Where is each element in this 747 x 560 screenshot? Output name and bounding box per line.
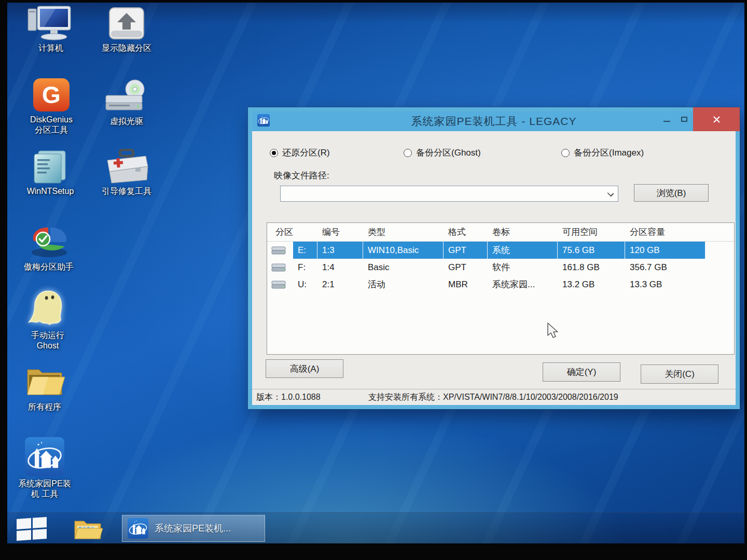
radio-restore-partition[interactable]: 还原分区(R)	[270, 147, 330, 159]
taskbar-app-pe-tool[interactable]: 系统家园PE装机...	[122, 515, 265, 542]
radio-label: 还原分区(R)	[282, 147, 330, 159]
show-hidden-partitions-icon	[90, 4, 163, 41]
close-icon	[713, 116, 721, 123]
explorer-folder-icon	[73, 517, 103, 541]
ghost-icon	[11, 291, 84, 328]
icon-label: 系统家园PE装 机 工具	[8, 479, 81, 499]
monitor-screen: 计算机 显示隐藏分区 G DiskGenius 分区工具	[7, 3, 744, 543]
col-partition[interactable]: 分区	[267, 226, 317, 238]
desktop-icon-diskgenius[interactable]: G DiskGenius 分区工具	[15, 75, 88, 135]
mouse-cursor	[546, 322, 561, 343]
titlebar[interactable]: 系统家园PE装机工具 - LEGACY	[252, 111, 736, 131]
pe-tool-icon	[8, 439, 81, 477]
image-path-label: 映像文件路径:	[274, 170, 329, 181]
pe-tool-icon	[128, 518, 148, 539]
chevron-down-icon	[607, 190, 614, 197]
icon-label: DiskGenius 分区工具	[15, 115, 88, 135]
desktop-icon-all-programs[interactable]: 所有程序	[8, 362, 81, 412]
col-capacity[interactable]: 分区容量	[625, 226, 706, 238]
icon-label: 计算机	[15, 43, 87, 53]
version-text: 版本：1.0.0.1088	[256, 392, 321, 403]
boot-repair-icon	[90, 147, 163, 184]
desktop-icon-virtual-cd[interactable]: 虚拟光驱	[90, 77, 163, 127]
desktop-icon-aomei-partition[interactable]: 傲梅分区助手	[12, 222, 85, 272]
drive-icon	[267, 259, 293, 276]
desktop-icon-boot-repair[interactable]: 引导修复工具	[90, 147, 163, 197]
icon-label: 虚拟光驱	[90, 116, 163, 127]
radio-circle	[561, 149, 570, 157]
maximize-button[interactable]	[675, 107, 693, 131]
ok-button[interactable]: 确定(Y)	[543, 362, 620, 382]
statusbar-divider	[252, 389, 736, 389]
radio-backup-imagex[interactable]: 备份分区(Imagex)	[561, 147, 644, 159]
statusbar: 版本：1.0.0.1088 支持安装所有系统：XP/VISTA/WIN7/8/8…	[252, 392, 736, 405]
supported-systems-text: 支持安装所有系统：XP/VISTA/WIN7/8/8.1/10/2003/200…	[368, 392, 618, 403]
icon-label: 显示隐藏分区	[90, 43, 163, 53]
desktop-icon-pe-tool[interactable]: 系统家园PE装 机 工具	[8, 439, 81, 499]
col-number[interactable]: 编号	[317, 226, 363, 238]
drive-icon	[267, 276, 293, 293]
advanced-button[interactable]: 高级(A)	[266, 359, 343, 378]
close-button[interactable]: 关闭(C)	[641, 365, 718, 384]
table-header-row: 分区 编号 类型 格式 卷标 可用空间 分区容量	[267, 223, 734, 242]
col-label[interactable]: 卷标	[488, 226, 558, 238]
diskgenius-icon: G	[15, 75, 88, 113]
radio-circle	[270, 149, 278, 157]
desktop-icon-computer[interactable]: 计算机	[15, 4, 87, 53]
table-row[interactable]: E: 1:3 WIN10,Basic GPT 系统 75.6 GB 120 GB	[267, 242, 734, 259]
winntsetup-icon	[14, 147, 87, 184]
file-explorer-button[interactable]	[73, 517, 103, 543]
table-row[interactable]: F: 1:4 Basic GPT 软件 161.8 GB 356.7 GB	[267, 259, 734, 276]
taskbar-app-label: 系统家园PE装机...	[155, 522, 231, 535]
minimize-button[interactable]	[658, 107, 675, 131]
radio-label: 备份分区(Ghost)	[416, 147, 481, 159]
desktop-icon-run-ghost[interactable]: 手动运行 Ghost	[11, 291, 84, 351]
icon-label: 傲梅分区助手	[12, 262, 85, 272]
col-format[interactable]: 格式	[444, 226, 488, 238]
window-content: 还原分区(R) 备份分区(Ghost) 备份分区(Imagex) 映像文件路径:…	[252, 131, 736, 405]
computer-icon	[15, 4, 87, 41]
table-row[interactable]: U: 2:1 活动 MBR 系统家园... 13.2 GB 13.3 GB	[267, 276, 734, 293]
radio-backup-ghost[interactable]: 备份分区(Ghost)	[404, 147, 481, 159]
icon-label: WinNTSetup	[14, 186, 87, 197]
windows-logo-icon	[17, 518, 31, 529]
svg-text:G: G	[42, 81, 61, 108]
desktop-icon-show-hidden-partitions[interactable]: 显示隐藏分区	[90, 4, 163, 53]
col-type[interactable]: 类型	[363, 226, 444, 238]
icon-label: 引导修复工具	[90, 186, 163, 197]
pe-install-tool-window: 系统家园PE装机工具 - LEGACY 还原分区(R)	[248, 107, 740, 409]
image-path-combobox[interactable]	[280, 186, 618, 202]
virtual-cd-icon	[90, 77, 163, 114]
col-free-space[interactable]: 可用空间	[558, 226, 625, 238]
window-app-icon	[257, 114, 270, 129]
drive-icon	[267, 242, 293, 259]
folder-icon	[8, 362, 81, 400]
radio-circle	[404, 149, 412, 157]
browse-button[interactable]: 浏览(B)	[634, 184, 709, 202]
taskbar: 系统家园PE装机...	[7, 512, 744, 543]
icon-label: 手动运行 Ghost	[11, 330, 84, 351]
desktop-icon-winntsetup[interactable]: WinNTSetup	[14, 147, 87, 197]
radio-label: 备份分区(Imagex)	[574, 147, 644, 159]
start-button[interactable]	[17, 517, 47, 541]
aomei-partition-icon	[12, 222, 85, 260]
icon-label: 所有程序	[8, 402, 81, 412]
close-window-button[interactable]	[693, 107, 740, 131]
partition-table[interactable]: 分区 编号 类型 格式 卷标 可用空间 分区容量 E: 1:3 WIN10,Ba…	[267, 222, 735, 355]
